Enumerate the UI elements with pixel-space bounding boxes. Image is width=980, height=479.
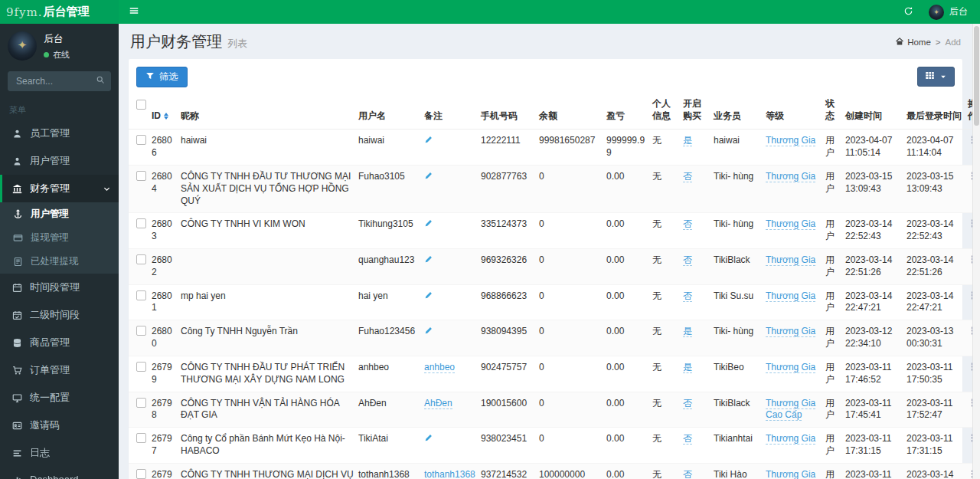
sidebar-item-desktop[interactable]: 统一配置	[0, 384, 119, 412]
sidebar-item-calendar[interactable]: 时间段管理	[0, 274, 119, 301]
level-link[interactable]: Thương Gia	[766, 469, 815, 479]
refresh-icon[interactable]	[903, 5, 913, 19]
cell-phone: 968866623	[479, 284, 537, 320]
level-link[interactable]: Thương Gia	[766, 254, 815, 266]
cell-agent: Tiki- hùng	[712, 213, 764, 249]
edit-note-pencil-icon[interactable]	[424, 290, 433, 300]
navbar-user-menu[interactable]: 后台	[929, 5, 968, 20]
sidebar-subitem-invoice[interactable]: 已处理提现	[0, 250, 119, 274]
edit-note-pencil-icon[interactable]	[424, 254, 433, 264]
row-checkbox[interactable]	[129, 356, 150, 392]
purchase-toggle-link[interactable]: 否	[683, 398, 692, 409]
edit-note-pencil-icon[interactable]	[424, 135, 433, 144]
scrollbar-thumb[interactable]	[974, 26, 979, 126]
edit-note-pencil-icon[interactable]	[424, 433, 433, 442]
cell-level: Thương Gia	[764, 320, 824, 356]
cell-agent: TikiBeo	[712, 356, 764, 392]
row-checkbox[interactable]	[129, 213, 150, 249]
column-header-purchase: 开启购买	[681, 95, 712, 130]
sidebar-item-cart[interactable]: 订单管理	[0, 356, 119, 384]
cell-status: 用户	[824, 320, 844, 356]
select-all-checkbox[interactable]	[129, 95, 150, 130]
sidebar-toggle-icon[interactable]	[119, 0, 149, 24]
cell-status: 用户	[824, 165, 844, 212]
cell-personal-info: 无	[651, 463, 681, 479]
cell-id: 26798	[150, 392, 179, 428]
purchase-toggle-link[interactable]: 否	[683, 171, 692, 182]
note-link[interactable]: anhbeo	[424, 362, 455, 373]
level-link[interactable]: Thương Gia	[766, 218, 815, 230]
table-row: 26802quanghau12396932632600.00无否TikiBlac…	[129, 248, 980, 284]
purchase-toggle-link[interactable]: 否	[683, 290, 692, 302]
sidebar-item-employee[interactable]: 员工管理	[0, 120, 119, 147]
cell-last-login: 2023-03-11 17:52:47	[905, 392, 966, 428]
note-link[interactable]: tothanh1368	[424, 469, 475, 479]
cell-id: 26799	[150, 356, 179, 392]
row-checkbox[interactable]	[129, 463, 150, 479]
sidebar-item-database[interactable]: 商品管理	[0, 329, 119, 356]
cell-level: Thương Gia	[764, 284, 824, 320]
cell-agent: TikiBlack	[712, 248, 764, 284]
cell-purchase: 是	[681, 320, 712, 356]
cell-phone: 335124373	[479, 213, 537, 249]
sidebar-item-calendar-check[interactable]: 二级时间段	[0, 301, 119, 329]
cell-agent: Tiki- hùng	[712, 165, 764, 212]
sidebar-item-bank[interactable]: 财务管理	[0, 175, 119, 202]
row-checkbox[interactable]	[129, 165, 150, 212]
search-icon[interactable]	[96, 75, 105, 87]
row-checkbox[interactable]	[129, 284, 150, 320]
purchase-toggle-link[interactable]: 否	[683, 433, 692, 445]
sidebar-subitem-anchor[interactable]: 用户管理	[0, 202, 119, 226]
cell-id: 26797	[150, 428, 179, 464]
level-link[interactable]: Thương Gia	[766, 326, 815, 337]
level-link[interactable]: Thương Gia	[766, 135, 815, 146]
cell-last-login: 2023-03-13 00:30:31	[905, 320, 966, 356]
table-row: 26799CÔNG TY TNHH ĐẦU TƯ PHÁT TRIỂN THƯƠ…	[129, 356, 980, 392]
sidebar-item-user[interactable]: 用户管理	[0, 147, 119, 175]
level-link[interactable]: Thương Gia	[766, 171, 815, 182]
level-link[interactable]: Thương Gia Cao Cấp	[766, 398, 815, 422]
note-link[interactable]: AhĐen	[424, 398, 452, 409]
sidebar-item-idcard[interactable]: 邀请码	[0, 412, 119, 439]
cell-nickname	[179, 248, 357, 284]
level-link[interactable]: Thương Gia	[766, 433, 815, 445]
brand-logo[interactable]: 9fym. 后台管理	[0, 0, 119, 24]
columns-toggle-button[interactable]	[917, 67, 955, 87]
cell-agent: haiwai	[712, 130, 764, 166]
purchase-toggle-link[interactable]: 否	[683, 254, 692, 266]
sidebar-item-chart[interactable]: Dashboard	[0, 467, 119, 479]
level-link[interactable]: Thương Gia	[766, 362, 815, 373]
purchase-toggle-link[interactable]: 否	[683, 218, 692, 230]
purchase-toggle-link[interactable]: 是	[683, 326, 692, 337]
purchase-toggle-link[interactable]: 是	[683, 135, 692, 146]
vertical-scrollbar[interactable]	[972, 24, 980, 479]
cell-purchase: 是	[681, 356, 712, 392]
sort-icon[interactable]	[164, 113, 168, 120]
cell-last-login: 2023-04-07 11:14:04	[905, 130, 966, 166]
row-checkbox[interactable]	[129, 392, 150, 428]
table-row: 26803CÔNG TY TNHH VI KIM WONTikihung3105…	[129, 213, 980, 249]
column-header-id[interactable]: ID	[150, 95, 179, 130]
edit-note-pencil-icon[interactable]	[424, 171, 433, 180]
cell-nickname: CÔNG TY TNHH ĐẦU TƯ THƯƠNG MẠI SẢN XUẤT …	[179, 165, 357, 212]
cell-nickname: CÔNG TY TNHH ĐẦU TƯ PHÁT TRIỂN THƯƠNG MẠ…	[179, 356, 357, 392]
edit-note-pencil-icon[interactable]	[424, 326, 433, 335]
purchase-toggle-link[interactable]: 否	[683, 469, 692, 479]
edit-note-pencil-icon[interactable]	[424, 218, 433, 228]
row-checkbox[interactable]	[129, 130, 150, 166]
cell-username: hai yen	[357, 284, 423, 320]
sidebar-subitem-card[interactable]: 提现管理	[0, 226, 119, 250]
anchor-icon	[12, 209, 24, 219]
cell-purchase: 否	[681, 284, 712, 320]
breadcrumb-home-link[interactable]: Home	[895, 37, 931, 48]
sidebar-item-list[interactable]: 日志	[0, 439, 119, 467]
cell-nickname: Công Ty TNHH Nguyễn Trần	[179, 320, 357, 356]
purchase-toggle-link[interactable]: 是	[683, 362, 692, 373]
row-checkbox[interactable]	[129, 320, 150, 356]
row-checkbox[interactable]	[129, 428, 150, 464]
cell-id: 26801	[150, 284, 179, 320]
level-link[interactable]: Thương Gia	[766, 290, 815, 302]
column-header-last_login: 最后登录时间	[905, 95, 966, 130]
filter-button[interactable]: 筛选	[136, 67, 188, 87]
row-checkbox[interactable]	[129, 248, 150, 284]
